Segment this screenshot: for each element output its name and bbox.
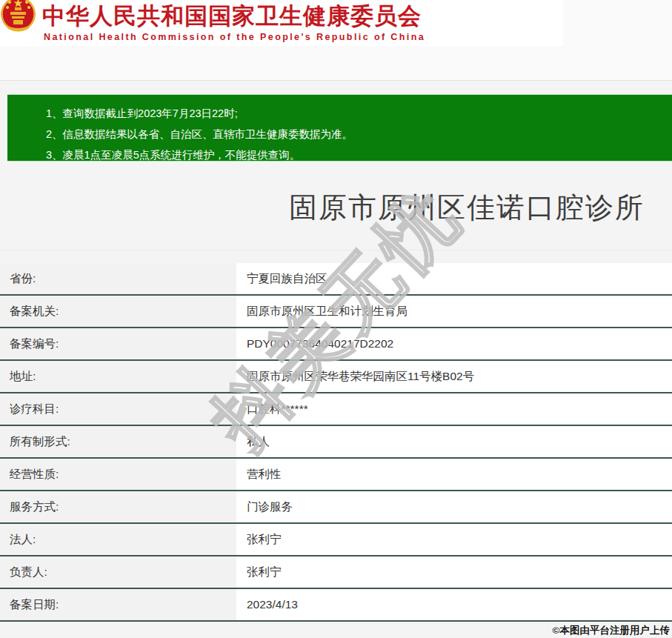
table-row-operation-nature: 经营性质: 营利性 xyxy=(0,459,672,491)
row-label: 地址: xyxy=(0,361,236,392)
notice-line-1: 1、查询数据截止到2023年7月23日22时; xyxy=(46,103,665,124)
row-value: 固原市原州区荣华巷荣华园南区11号楼B02号 xyxy=(236,361,672,392)
china-national-emblem-icon xyxy=(1,0,36,44)
clinic-name-title: 固原市原州区佳诺口腔诊所 xyxy=(289,189,671,227)
table-row-service-mode: 服务方式: 门诊服务 xyxy=(0,491,672,524)
notice-line-3: 3、凌晨1点至凌晨5点系统进行维护，不能提供查询。 xyxy=(46,144,665,165)
row-label: 经营性质: xyxy=(0,459,236,490)
table-row-address: 地址: 固原市原州区荣华巷荣华园南区11号楼B02号 xyxy=(0,361,672,393)
row-value: 2023/4/13 xyxy=(236,589,672,620)
section-divider xyxy=(0,250,672,250)
header-divider xyxy=(0,80,672,81)
table-row-province: 省份: 宁夏回族自治区 xyxy=(0,263,672,296)
row-value: 张利宁 xyxy=(236,524,672,555)
row-label: 诊疗科目: xyxy=(0,393,236,425)
row-label: 备案机关: xyxy=(0,296,236,327)
row-value: 营利性 xyxy=(236,459,672,490)
row-value: 口腔科****** xyxy=(236,393,672,425)
row-value: 固原市原州区卫生和计划生育局 xyxy=(236,296,672,327)
row-label: 服务方式: xyxy=(0,491,236,522)
table-row-filing-date: 备案日期: 2023/4/13 xyxy=(0,589,672,622)
row-label: 备案编号: xyxy=(0,328,236,359)
notice-box: 1、查询数据截止到2023年7月23日22时; 2、信息数据结果以各省、自治区、… xyxy=(7,94,672,162)
row-label: 备案日期: xyxy=(0,589,236,620)
table-row-filing-number: 备案编号: PDY00077364040217D2202 xyxy=(0,328,672,361)
row-value: 宁夏回族自治区 xyxy=(236,263,672,294)
site-title-english: National Health Commission of the People… xyxy=(44,32,425,42)
site-title-chinese: 中华人民共和国国家卫生健康委员会 xyxy=(42,1,422,32)
row-label: 所有制形式: xyxy=(0,426,236,457)
row-label: 负责人: xyxy=(0,556,236,588)
clinic-info-table: 省份: 宁夏回族自治区 备案机关: 固原市原州区卫生和计划生育局 备案编号: P… xyxy=(0,263,672,622)
notice-line-2: 2、信息数据结果以各省、自治区、直辖市卫生健康委数据为准。 xyxy=(46,124,665,144)
table-row-ownership: 所有制形式: 私人 xyxy=(0,426,672,459)
row-value: PDY00077364040217D2202 xyxy=(236,328,672,359)
table-row-person-in-charge: 负责人: 张利宁 xyxy=(0,556,672,589)
row-value: 张利宁 xyxy=(236,556,672,588)
site-header: 中华人民共和国国家卫生健康委员会 National Health Commiss… xyxy=(0,0,563,46)
table-row-treatment-subjects: 诊疗科目: 口腔科****** xyxy=(0,393,672,426)
page: 中华人民共和国国家卫生健康委员会 National Health Commiss… xyxy=(0,0,672,638)
table-row-filing-authority: 备案机关: 固原市原州区卫生和计划生育局 xyxy=(0,296,672,328)
row-value: 私人 xyxy=(236,426,672,457)
table-row-legal-person: 法人: 张利宁 xyxy=(0,524,672,556)
row-label: 省份: xyxy=(0,263,236,294)
row-value: 门诊服务 xyxy=(236,491,672,522)
corner-upload-watermark: ©本图由平台注册用户上传 xyxy=(553,624,670,637)
row-label: 法人: xyxy=(0,524,236,555)
